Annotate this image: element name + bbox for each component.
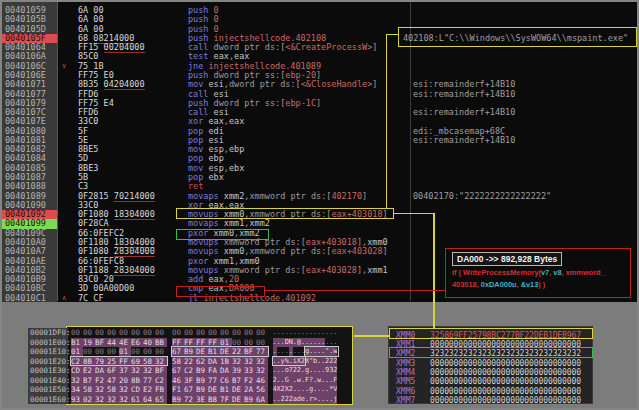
dump-address: 00001E10:	[28, 347, 68, 357]
dump-address: 00001E40:	[28, 376, 68, 386]
disasm-row[interactable]: 004010828BE5mov esp,ebp	[0, 145, 637, 154]
register-value: 325869FF25798BC277BF22DEB1DEB967	[430, 331, 581, 340]
xmm-registers-panel: XMM0325869FF25798BC277BF22DEB1DEB967XMM1…	[388, 326, 593, 404]
row-comment: esi:remainderf+14B10	[413, 90, 515, 99]
register-value: 00000000000000000000000000000000	[430, 340, 581, 349]
register-value: 00000000000000000000000000000000	[430, 368, 581, 377]
row-comment: 00402170:"2222222222222222"	[413, 192, 551, 201]
register-name: XMM1	[396, 340, 415, 349]
register-value: 32323232323232323232323232323232	[430, 349, 581, 358]
register-value: 00000000000000000000000000000000	[430, 377, 581, 386]
dump-address: 00001E30:	[28, 366, 68, 376]
register-row[interactable]: XMM100000000000000000000000000000000	[389, 340, 594, 349]
dump-bytes: 00000000000000000000000000000000	[71, 328, 268, 338]
register-value: 00000000000000000000000000000000	[430, 359, 581, 368]
dump-address: 00001E00:	[28, 338, 68, 348]
register-value: 00000000000000000000000000000000	[430, 396, 581, 405]
dump-bytes: B119BF444EE640BBFFFFFFFF01000000	[71, 338, 268, 348]
dump-bytes: 3458325832CDE2FBF167B9DEB1DE2A56	[71, 385, 268, 395]
disasm-row[interactable]: 004010858BE3mov esp,ebx	[0, 164, 637, 173]
dump-bytes: C28B7925FF695832582262DA1B323232	[71, 357, 268, 367]
dump-bytes: CDE2DA6F373232BF67C2B9FADA393332	[71, 366, 268, 376]
register-row[interactable]: XMM232323232323232323232323232323232	[389, 349, 594, 358]
jump-down-icon: ∨	[62, 62, 66, 71]
dump-address: 00001DF0:	[28, 328, 68, 338]
register-name: XMM2	[396, 349, 415, 358]
register-name: XMM3	[396, 359, 415, 368]
register-row[interactable]: XMM500000000000000000000000000000000	[389, 377, 594, 386]
register-row[interactable]: XMM300000000000000000000000000000000	[389, 359, 594, 368]
dump-bytes: 9302323232616465B9723EB87FDEB96A	[71, 395, 268, 405]
register-row[interactable]: XMM700000000000000000000000000000000	[389, 396, 594, 405]
dump-address: 00001E20:	[28, 357, 68, 367]
dump-bytes: 32B7F247208B77C2463FB977C6B7F246	[71, 376, 268, 386]
register-name: XMM4	[396, 368, 415, 377]
row-comment: 402108:L"C:\\Windows\\SysWOW64\\mspaint.…	[403, 34, 628, 43]
row-comment: esi:remainderf+14B10	[413, 136, 515, 145]
dump-bytes: 010000000100000067B9DEB1DE22BF77	[71, 347, 268, 357]
disasm-row[interactable]: 0040107E33C0xor eax,eax	[0, 117, 637, 126]
disasm-row[interactable]: 004010875Bpop ebx	[0, 173, 637, 182]
dump-address: 00001E60:	[28, 395, 68, 405]
dump-ascii: ..222ade.r>....j	[273, 395, 338, 408]
register-name: XMM5	[396, 377, 415, 386]
disassembly-panel: 004010596A 00push 00040105B6A 00push 000…	[0, 0, 639, 302]
row-comment: esi:remainderf+14B10	[413, 108, 515, 117]
disasm-row[interactable]: 004010805Fpop ediedi:_mbcasemap+68C	[0, 127, 637, 136]
register-name: XMM7	[396, 396, 415, 405]
register-name: XMM0	[396, 331, 415, 340]
register-row[interactable]: XMM600000000000000000000000000000000	[389, 387, 594, 396]
dump-address: 00001E50:	[28, 385, 68, 395]
debugger-window: 004010596A 00push 00040105B6A 00push 000…	[0, 0, 639, 410]
register-name: XMM6	[396, 387, 415, 396]
register-row[interactable]: XMM0325869FF25798BC277BF22DEB1DEB967	[389, 331, 594, 340]
register-value: 00000000000000000000000000000000	[430, 387, 581, 396]
register-row[interactable]: XMM400000000000000000000000000000000	[389, 368, 594, 377]
